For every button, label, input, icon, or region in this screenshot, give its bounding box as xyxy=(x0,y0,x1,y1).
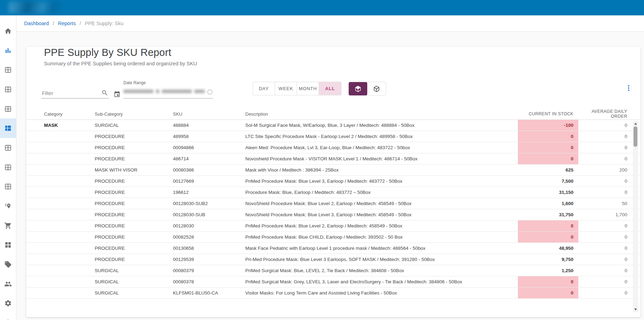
table-icon xyxy=(4,66,12,74)
filter-field[interactable] xyxy=(41,87,109,99)
sidebar-item-tags[interactable] xyxy=(0,255,16,274)
table-row: SURGICAL00080379PriMed Surgical Mask: Bl… xyxy=(26,265,641,276)
report-card: PPE Supply By SKU Report Summary of the … xyxy=(26,47,641,317)
cell-sku: 196612 xyxy=(173,187,245,198)
apps-grid-icon xyxy=(4,241,12,249)
page-title: PPE Supply By SKU Report xyxy=(44,47,641,58)
table-scrollbar[interactable] xyxy=(633,121,638,312)
cell-average-daily-order: 0 xyxy=(578,153,630,164)
cell-average-daily-order: 0 xyxy=(578,131,630,142)
sidebar-item-home[interactable] xyxy=(0,21,16,41)
box-outline-icon xyxy=(373,85,380,93)
box-view-button[interactable] xyxy=(349,82,367,95)
cell-current-in-stock: 0 xyxy=(518,131,578,142)
sidebar-item-ppe-sku-report[interactable] xyxy=(0,118,16,138)
cell-sub-category: SURGICAL xyxy=(95,120,173,131)
date-range-field[interactable]: Date Range xyxy=(123,80,213,99)
sidebar-item-table-6[interactable] xyxy=(0,158,16,177)
date-range-value-blurred xyxy=(123,89,213,93)
cell-description: Aleen Med: Procedure Mask, Lvl 3, Ear-Lo… xyxy=(245,142,518,153)
sidebar-item-table-3[interactable] xyxy=(0,99,16,119)
cell-sku: 00080378 xyxy=(173,276,245,287)
scrollbar-up-arrow-icon[interactable] xyxy=(634,123,637,125)
cell-sku: 00080379 xyxy=(173,265,245,276)
cell-sub-category: SURGICAL xyxy=(95,288,173,298)
breadcrumb-item-dashboard[interactable]: Dashboard xyxy=(24,21,49,26)
sidebar-item-apps[interactable] xyxy=(0,235,16,255)
app-bar xyxy=(0,0,644,15)
cell-sub-category: SURGICAL xyxy=(95,265,173,276)
cell-current-in-stock: 31,150 xyxy=(518,187,578,198)
cell-sub-category: PROCEDURE xyxy=(95,243,173,254)
table-row: SURGICAL00080378PriMed Surgical Mask: Gr… xyxy=(26,276,641,288)
cell-category xyxy=(44,131,95,142)
sidebar-item-settings[interactable] xyxy=(0,294,16,313)
breadcrumb-item-current: PPE Supply: Sku xyxy=(85,21,123,26)
tag-icon xyxy=(4,261,12,268)
cell-sub-category: PROCEDURE xyxy=(95,198,173,209)
cell-category xyxy=(44,165,95,175)
table-icon xyxy=(4,105,12,113)
cell-description: NovoShield Procedure Mask: Blue Level 2,… xyxy=(245,198,518,209)
cell-category xyxy=(44,198,95,209)
table-row: PROCEDURE486714Novoshield Procedure Mask… xyxy=(26,153,641,165)
sidebar-item-orders[interactable] xyxy=(0,216,16,235)
cell-description: Visitor Masks: For Long Term Care and As… xyxy=(245,288,518,298)
cell-sub-category: PROCEDURE xyxy=(95,220,173,231)
cell-current-in-stock: 0 xyxy=(518,142,578,153)
box-filled-icon xyxy=(354,85,362,93)
cell-category xyxy=(44,243,95,254)
cell-sub-category: PROCEDURE xyxy=(95,176,173,187)
sidebar-item-users[interactable] xyxy=(0,274,16,294)
gear-icon xyxy=(4,299,12,307)
breadcrumb: Dashboard/Reports/PPE Supply: Sku xyxy=(16,15,644,32)
cell-current-in-stock: 7,500 xyxy=(518,176,578,187)
cell-sku: 488884 xyxy=(173,120,245,131)
sidebar-item-table-5[interactable] xyxy=(0,138,16,158)
cell-description: Mask with Visor / Meditech : 386394 - 25… xyxy=(245,165,518,175)
package-view-button[interactable] xyxy=(367,82,386,95)
cell-current-in-stock: 0 xyxy=(518,276,578,287)
sidebar-item-table-2[interactable] xyxy=(0,80,16,99)
sidebar-item-table-7[interactable] xyxy=(0,177,16,197)
cart-icon xyxy=(4,222,12,230)
cell-sku: KLFSM01-BLU50-CA xyxy=(173,288,245,298)
cell-description: Novoshield Procedure Mask - VISITOR MASK… xyxy=(245,153,518,164)
range-toggle-all[interactable]: ALL xyxy=(319,82,341,95)
page-subtitle: Summary of the PPE Supplies being ordere… xyxy=(44,61,641,66)
main-area: PPE Supply By SKU Report Summary of the … xyxy=(16,32,644,320)
column-header-current_in_stock: CURRENT IN STOCK xyxy=(518,111,578,116)
column-header-sku: SKU xyxy=(173,111,245,117)
table-icon xyxy=(4,163,12,171)
filter-input[interactable] xyxy=(41,87,99,97)
cell-average-daily-order: 0 xyxy=(578,220,630,231)
cell-category xyxy=(44,288,95,298)
cell-category xyxy=(44,142,95,153)
sidebar-item-table-1[interactable] xyxy=(0,60,16,80)
range-toggle-week[interactable]: WEEK xyxy=(275,82,297,95)
search-icon[interactable] xyxy=(101,89,108,96)
cell-average-daily-order: 0 xyxy=(578,276,630,287)
range-toggle-day[interactable]: DAY xyxy=(253,82,275,95)
sidebar-item-help[interactable] xyxy=(0,313,16,320)
cell-description: LTC Site Specific Procedure Mask - Earlo… xyxy=(245,131,518,142)
cell-average-daily-order: 0 xyxy=(578,187,630,198)
more-options-button[interactable] xyxy=(623,82,635,95)
range-toggle-month[interactable]: MONTH xyxy=(297,82,319,95)
scrollbar-thumb[interactable] xyxy=(634,126,637,147)
cell-sku: 00082528 xyxy=(173,232,245,242)
cell-average-daily-order: 0 xyxy=(578,176,630,187)
table-row: PROCEDURE00130658Mask Face Pediatric wit… xyxy=(26,243,641,254)
breadcrumb-item-reports[interactable]: Reports xyxy=(58,21,76,26)
calendar-button[interactable] xyxy=(113,90,122,99)
scrollbar-down-arrow-icon[interactable] xyxy=(634,308,637,311)
cell-description: PriMed Procedure Mask: Blue Level 2, Ear… xyxy=(245,220,518,231)
cell-average-daily-order: 200 xyxy=(578,165,630,175)
table-icon xyxy=(4,144,12,152)
cell-average-daily-order: 0 xyxy=(578,288,630,298)
sidebar-item-locations[interactable] xyxy=(0,196,16,216)
cell-current-in-stock: 0 xyxy=(518,288,578,298)
cell-current-in-stock: 31,750 xyxy=(518,209,578,220)
table-row: MASKSURGICAL488884Sol-M Surgical Face Ma… xyxy=(26,120,641,131)
sidebar-item-analytics[interactable] xyxy=(0,41,16,60)
